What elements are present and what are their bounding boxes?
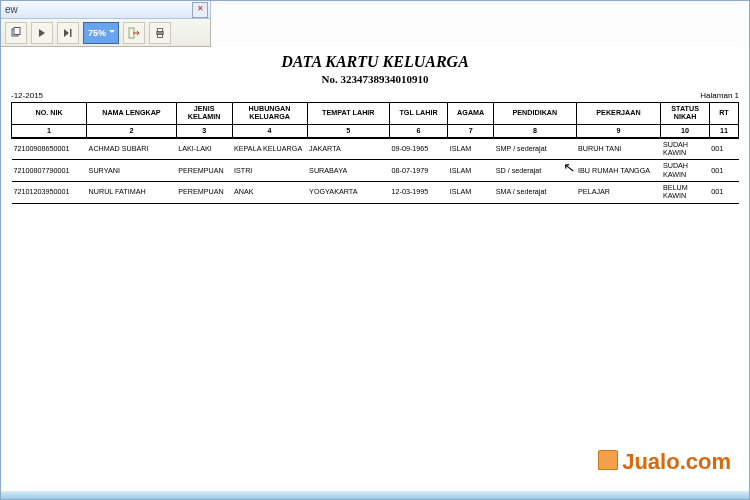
cell-agama: ISLAM xyxy=(448,138,494,160)
svg-rect-1 xyxy=(14,27,20,34)
copy-icon xyxy=(10,27,22,39)
document-title: DATA KARTU KELUARGA xyxy=(11,53,739,71)
window-title: ew xyxy=(5,4,18,15)
idx-11: 11 xyxy=(709,124,738,138)
zoom-dropdown[interactable]: 75% xyxy=(83,22,119,44)
copy-button[interactable] xyxy=(5,22,27,44)
triangle-right-icon xyxy=(37,28,47,38)
cell-hub: ANAK xyxy=(232,181,307,203)
header-row: NO. NIK NAMA LENGKAP JENIS KELAMIN HUBUN… xyxy=(12,103,739,125)
svg-rect-4 xyxy=(70,29,72,37)
cell-agama: ISLAM xyxy=(448,181,494,203)
idx-1: 1 xyxy=(12,124,87,138)
cell-nik: 72101203950001 xyxy=(12,181,87,203)
cell-nik: 72100908650001 xyxy=(12,138,87,160)
idx-10: 10 xyxy=(661,124,709,138)
cell-kerja: IBU RUMAH TANGGA xyxy=(576,160,661,182)
print-button[interactable] xyxy=(149,22,171,44)
subtitle-prefix: No. xyxy=(322,73,338,85)
col-kerja: PEKERJAAN xyxy=(576,103,661,125)
cell-tgl: 09-09-1965 xyxy=(390,138,448,160)
window-titlebar: ew ✕ xyxy=(1,1,211,19)
bottom-bar xyxy=(1,491,749,499)
table-row: 72101203950001NURUL FATIMAHPEREMPUANANAK… xyxy=(12,181,739,203)
cell-tempat: JAKARTA xyxy=(307,138,389,160)
svg-rect-8 xyxy=(158,34,163,37)
col-nikah: STATUS NIKAH xyxy=(661,103,709,125)
print-preview-page[interactable]: DATA KARTU KELUARGA No. 3234738934010910… xyxy=(1,47,749,487)
exit-button[interactable] xyxy=(123,22,145,44)
svg-rect-7 xyxy=(158,28,163,31)
cell-nikah: SUDAH KAWIN xyxy=(661,160,709,182)
kk-number: 3234738934010910 xyxy=(340,73,428,85)
page-label: Halaman 1 xyxy=(700,91,739,100)
exit-icon xyxy=(128,27,140,39)
idx-8: 8 xyxy=(494,124,576,138)
col-pend: PENDIDIKAN xyxy=(494,103,576,125)
col-agama: AGAMA xyxy=(448,103,494,125)
cell-rt: 001 xyxy=(709,160,738,182)
cell-jk: PEREMPUAN xyxy=(176,160,232,182)
svg-marker-3 xyxy=(64,29,69,37)
cell-tempat: SURABAYA xyxy=(307,160,389,182)
cell-tgl: 08-07-1979 xyxy=(390,160,448,182)
cell-jk: LAKI-LAKI xyxy=(176,138,232,160)
cell-nikah: SUDAH KAWIN xyxy=(661,138,709,160)
index-row: 1 2 3 4 5 6 7 8 9 10 11 xyxy=(12,124,739,138)
cell-hub: ISTRI xyxy=(232,160,307,182)
idx-9: 9 xyxy=(576,124,661,138)
document-date: -12-2015 xyxy=(11,91,43,100)
col-hub: HUBUNGAN KELUARGA xyxy=(232,103,307,125)
cell-kerja: PELAJAR xyxy=(576,181,661,203)
col-nama: NAMA LENGKAP xyxy=(87,103,177,125)
idx-2: 2 xyxy=(87,124,177,138)
close-icon[interactable]: ✕ xyxy=(192,2,208,18)
col-tgl: TGL LAHIR xyxy=(390,103,448,125)
cell-tgl: 12-03-1995 xyxy=(390,181,448,203)
cell-nama: NURUL FATIMAH xyxy=(87,181,177,203)
triangle-right-bar-icon xyxy=(63,28,73,38)
cell-rt: 001 xyxy=(709,138,738,160)
svg-marker-2 xyxy=(39,29,45,37)
cell-nama: ACHMAD SUBARI xyxy=(87,138,177,160)
idx-5: 5 xyxy=(307,124,389,138)
cell-hub: KEPALA KELUARGA xyxy=(232,138,307,160)
cell-nikah: BELUM KAWIN xyxy=(661,181,709,203)
cell-rt: 001 xyxy=(709,181,738,203)
cell-pend: SMA / sederajat xyxy=(494,181,576,203)
idx-7: 7 xyxy=(448,124,494,138)
cell-kerja: BURUH TANI xyxy=(576,138,661,160)
printer-icon xyxy=(154,27,166,39)
document-subtitle: No. 3234738934010910 xyxy=(11,73,739,85)
idx-4: 4 xyxy=(232,124,307,138)
cell-pend: SMP / sederajat xyxy=(494,138,576,160)
cell-pend: SD / sederajat xyxy=(494,160,576,182)
table-row: 72100807790001SURYANIPEREMPUANISTRISURAB… xyxy=(12,160,739,182)
idx-6: 6 xyxy=(390,124,448,138)
col-rt: RT xyxy=(709,103,738,125)
table-row: 72100908650001ACHMAD SUBARILAKI-LAKIKEPA… xyxy=(12,138,739,160)
nav-last-button[interactable] xyxy=(57,22,79,44)
family-data-table: NO. NIK NAMA LENGKAP JENIS KELAMIN HUBUN… xyxy=(11,102,739,204)
cell-jk: PEREMPUAN xyxy=(176,181,232,203)
col-jk: JENIS KELAMIN xyxy=(176,103,232,125)
cell-agama: ISLAM xyxy=(448,160,494,182)
toolbar: 75% xyxy=(1,19,211,47)
cell-nik: 72100807790001 xyxy=(12,160,87,182)
col-tempat: TEMPAT LAHIR xyxy=(307,103,389,125)
idx-3: 3 xyxy=(176,124,232,138)
col-nik: NO. NIK xyxy=(12,103,87,125)
preview-window: ew ✕ 75% DATA KARTU KELUARGA No. 3234738 xyxy=(0,0,750,500)
cell-nama: SURYANI xyxy=(87,160,177,182)
zoom-value: 75% xyxy=(88,28,106,38)
cell-tempat: YOGYAKARTA xyxy=(307,181,389,203)
nav-next-button[interactable] xyxy=(31,22,53,44)
